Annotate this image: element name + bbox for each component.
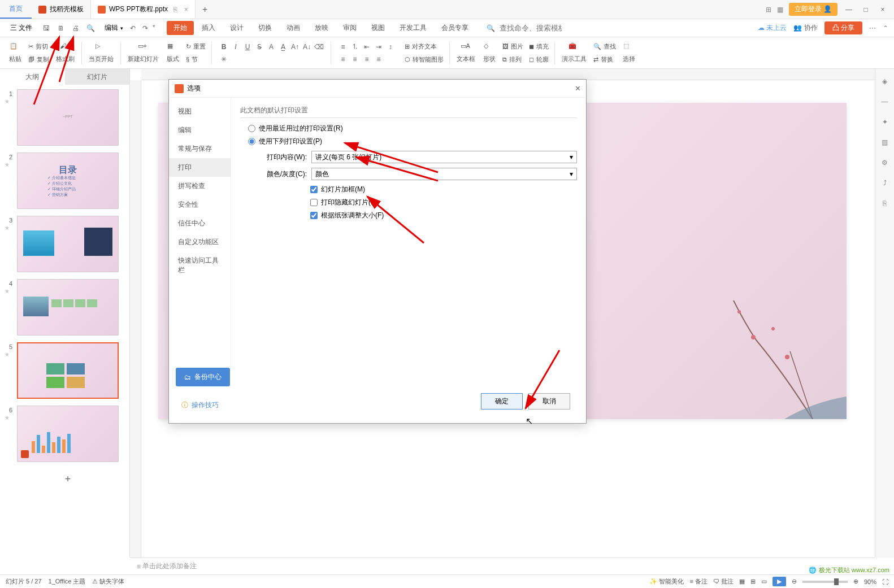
missing-font[interactable]: ⚠ 缺失字体 bbox=[92, 577, 124, 586]
font-size-down-icon[interactable]: A↓ bbox=[302, 42, 312, 52]
view-sorter-icon[interactable]: ⊞ bbox=[750, 578, 756, 585]
tab-add[interactable]: + bbox=[196, 5, 214, 15]
undo-icon[interactable]: ↶ bbox=[128, 23, 138, 33]
indent-inc-icon[interactable]: ⇥ bbox=[374, 42, 384, 52]
zoom-in-icon[interactable]: ⊕ bbox=[853, 578, 858, 585]
more-pane-icon[interactable]: ⎘ bbox=[879, 198, 891, 209]
check-hidden[interactable]: 打印隐藏幻灯片(H) bbox=[310, 198, 577, 207]
reset-button[interactable]: ↻ 重置 bbox=[184, 41, 208, 52]
print-icon[interactable]: 🖨 bbox=[71, 23, 81, 33]
radio-following[interactable]: 使用下列打印设置(P) bbox=[248, 137, 577, 146]
check-fit[interactable]: 根据纸张调整大小(F) bbox=[310, 211, 577, 220]
thumbnail-panel[interactable]: 1★ ~PPT 2★ 目录 ✓ 介绍基本信息 ✓ 介绍公文化 ✓ 详细介绍产品 … bbox=[0, 85, 129, 557]
tips-link[interactable]: ⓘ操作技巧 bbox=[177, 396, 223, 415]
numbering-icon[interactable]: ⒈ bbox=[350, 42, 360, 52]
thumb-3[interactable]: 3★ bbox=[5, 216, 125, 272]
zoom-out-icon[interactable]: ⊖ bbox=[792, 578, 797, 585]
edit-menu[interactable]: 编辑▾ bbox=[100, 23, 128, 33]
settings-icon[interactable]: ⚙ bbox=[879, 157, 891, 168]
view-normal-icon[interactable]: ▦ bbox=[739, 578, 745, 585]
export-icon[interactable]: ⤴ bbox=[879, 177, 891, 189]
cancel-button[interactable]: 取消 bbox=[528, 393, 570, 410]
notes-bar[interactable]: ≡ 单击此处添加备注 bbox=[130, 557, 875, 574]
tab-design[interactable]: 设计 bbox=[223, 21, 250, 35]
file-menu[interactable]: 三 文件 bbox=[6, 23, 37, 33]
font-color-icon[interactable]: A bbox=[266, 42, 276, 52]
bullets-icon[interactable]: ≡ bbox=[338, 42, 348, 52]
print-preview-icon[interactable]: 🔍 bbox=[85, 23, 96, 33]
shapes-button[interactable]: ◇ 形状 bbox=[480, 41, 499, 64]
tab-templates[interactable]: 找稻壳模板 bbox=[32, 0, 91, 19]
close-icon[interactable]: × bbox=[184, 6, 188, 14]
smart-beautify[interactable]: ✨ 智能美化 bbox=[649, 577, 684, 586]
strike-icon[interactable]: S̶ bbox=[254, 42, 264, 52]
nav-print[interactable]: 打印 bbox=[169, 158, 231, 177]
grid-icon[interactable]: ⊞ bbox=[766, 6, 771, 14]
nav-view[interactable]: 视图 bbox=[169, 102, 231, 121]
dialog-close-icon[interactable]: × bbox=[575, 84, 580, 94]
thumb-6[interactable]: 6★ bbox=[5, 406, 125, 462]
zoom-slider[interactable] bbox=[802, 581, 848, 583]
paste-button[interactable]: 📋 粘贴 bbox=[6, 41, 25, 64]
layout-button[interactable]: ▦ 版式 bbox=[163, 41, 183, 64]
align-text-button[interactable]: ⊞ 对齐文本 bbox=[402, 41, 446, 52]
align-right-icon[interactable]: ≡ bbox=[362, 54, 372, 64]
thumb-4[interactable]: 4★ bbox=[5, 279, 125, 336]
italic-icon[interactable]: I bbox=[231, 42, 241, 52]
ok-button[interactable]: 确定 bbox=[481, 393, 523, 410]
format-painter-button[interactable]: 🖌 格式刷 bbox=[53, 41, 78, 64]
tools-button[interactable]: 🧰 演示工具 bbox=[558, 41, 590, 64]
add-slide-button[interactable]: + bbox=[17, 469, 119, 490]
sidebar-tab-outline[interactable]: 大纲 bbox=[0, 69, 65, 85]
align-left-icon[interactable]: ≡ bbox=[338, 54, 348, 64]
sidebar-tab-slides[interactable]: 幻灯片 bbox=[65, 69, 130, 85]
thumb-5[interactable]: 5★ bbox=[5, 342, 125, 399]
cloud-status[interactable]: ☁ 未上云 bbox=[758, 23, 787, 33]
radio-recent[interactable]: 使用最近用过的打印设置(R) bbox=[248, 124, 577, 133]
underline-icon[interactable]: U bbox=[242, 42, 253, 52]
indent-dec-icon[interactable]: ⇤ bbox=[362, 42, 372, 52]
nav-spellcheck[interactable]: 拼写检查 bbox=[169, 177, 231, 195]
comments-toggle[interactable]: 🗨 批注 bbox=[713, 577, 734, 586]
smart-graphic-button[interactable]: ⬡ 转智能图形 bbox=[402, 54, 446, 65]
tab-member[interactable]: 会员专享 bbox=[435, 21, 475, 35]
backup-center-button[interactable]: 🗂备份中心 bbox=[176, 368, 230, 386]
check-frame[interactable]: 幻灯片加框(M) bbox=[310, 185, 577, 194]
tab-animation[interactable]: 动画 bbox=[280, 21, 307, 35]
font-size-up-icon[interactable]: A↑ bbox=[290, 42, 300, 52]
redo-icon[interactable]: ↷ bbox=[140, 23, 150, 33]
collab-button[interactable]: 👥 协作 bbox=[793, 23, 817, 33]
ruler-icon[interactable]: — bbox=[879, 96, 891, 107]
thumb-2[interactable]: 2★ 目录 ✓ 介绍基本信息 ✓ 介绍公文化 ✓ 详细介绍产品 ✓ 营销方案 bbox=[5, 153, 125, 209]
highlight-icon[interactable]: A̲ bbox=[278, 42, 288, 52]
section-button[interactable]: § 节 bbox=[184, 54, 208, 65]
copy-button[interactable]: 🗐 复制 bbox=[26, 54, 51, 65]
minimize-icon[interactable]: — bbox=[843, 4, 854, 15]
collapse-ribbon-icon[interactable]: ⌃ bbox=[883, 24, 888, 32]
fit-icon[interactable]: ⛶ bbox=[882, 578, 888, 585]
textbox-button[interactable]: ▭A 文本框 bbox=[453, 41, 479, 64]
print-content-select[interactable]: 讲义(每页 6 张幻灯片)▾ bbox=[311, 151, 577, 163]
tab-view[interactable]: 视图 bbox=[364, 21, 392, 35]
bold-icon[interactable]: B bbox=[219, 42, 229, 52]
color-select[interactable]: 颜色▾ bbox=[311, 168, 577, 180]
from-current-button[interactable]: ▷ 当页开始 bbox=[85, 41, 117, 64]
new-slide-button[interactable]: ▭+ 新建幻灯片 bbox=[124, 41, 162, 64]
tab-transition[interactable]: 切换 bbox=[251, 21, 279, 35]
replace-button[interactable]: ⇄ 替换 bbox=[591, 54, 618, 65]
tab-start[interactable]: 开始 bbox=[167, 21, 194, 35]
share-button[interactable]: 凸 分享 bbox=[824, 21, 862, 34]
apps-icon[interactable]: ▦ bbox=[777, 6, 783, 14]
outline-button[interactable]: ◻ 轮廓 bbox=[527, 54, 551, 65]
animation-icon[interactable]: ✦ bbox=[879, 116, 891, 128]
tab-slideshow[interactable]: 放映 bbox=[308, 21, 335, 35]
tab-document[interactable]: WPS PPT教程.pptx ⎘ × bbox=[91, 0, 196, 19]
cut-button[interactable]: ✂ 剪切 bbox=[26, 41, 51, 52]
nav-trust[interactable]: 信任中心 bbox=[169, 214, 231, 233]
align-justify-icon[interactable]: ≡ bbox=[374, 54, 384, 64]
maximize-icon[interactable]: □ bbox=[860, 4, 871, 15]
nav-general[interactable]: 常规与保存 bbox=[169, 140, 231, 158]
login-button[interactable]: 立即登录 👤 bbox=[789, 3, 837, 16]
select-button[interactable]: ⬚ 选择 bbox=[619, 41, 639, 64]
close-window-icon[interactable]: × bbox=[877, 4, 888, 15]
